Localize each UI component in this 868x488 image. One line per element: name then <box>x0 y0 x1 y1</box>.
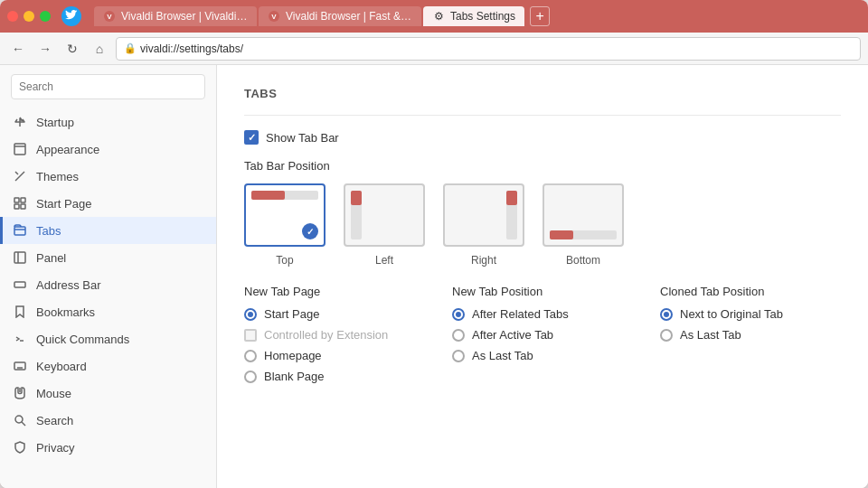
forward-button[interactable]: → <box>34 38 56 60</box>
three-col-section: New Tab Page Start Page Controlled by Ex… <box>244 285 841 390</box>
tabs-icon <box>13 223 27 238</box>
sidebar-item-search[interactable]: Search <box>0 407 216 434</box>
new-tab-pos-after-related-radio[interactable] <box>452 308 465 321</box>
tab-position-bottom-icon <box>542 183 624 247</box>
sidebar-item-start-page[interactable]: Start Page <box>0 190 216 217</box>
tab-positions: Top Left Right <box>244 183 841 267</box>
tab-3[interactable]: ⚙ Tabs Settings <box>423 6 524 26</box>
new-tab-blank-row: Blank Page <box>244 370 425 383</box>
new-tab-controlled-label: Controlled by Extension <box>264 328 388 342</box>
new-tab-pos-as-last-radio[interactable] <box>452 350 465 362</box>
new-tab-pos-after-active-row: After Active Tab <box>452 328 633 342</box>
new-tab-pos-as-last-label: As Last Tab <box>472 349 533 362</box>
tab-2[interactable]: V Vivaldi Browser | Fast & Flexi... <box>259 6 421 26</box>
cloned-tab-next-to-original-row: Next to Original Tab <box>660 307 841 321</box>
svg-rect-5 <box>21 198 25 202</box>
cloned-tab-as-last-row: As Last Tab <box>660 328 841 342</box>
close-button[interactable] <box>7 11 18 22</box>
tab-1[interactable]: V Vivaldi Browser | Vivaldi Foru... <box>94 6 257 26</box>
address-bar[interactable]: 🔒 vivaldi://settings/tabs/ <box>116 37 861 61</box>
new-tab-controlled-checkbox[interactable] <box>244 329 257 342</box>
tab-1-label: Vivaldi Browser | Vivaldi Foru... <box>121 10 248 23</box>
sidebar-item-panel-label: Panel <box>36 251 66 265</box>
svg-rect-9 <box>14 252 25 263</box>
twitter-icon <box>61 6 81 26</box>
keyboard-icon <box>13 359 27 373</box>
new-tab-page-title: New Tab Page <box>244 285 425 298</box>
quick-commands-icon <box>13 332 27 346</box>
cloned-tab-as-last-radio[interactable] <box>660 329 673 342</box>
main-content: TABS Show Tab Bar Tab Bar Position Top <box>217 65 868 488</box>
back-button[interactable]: ← <box>7 38 29 60</box>
sidebar-item-privacy[interactable]: Privacy <box>0 434 216 461</box>
startup-icon <box>13 115 27 129</box>
tab-bar-position-title: Tab Bar Position <box>244 159 841 173</box>
new-tab-start-page-radio[interactable] <box>244 308 257 321</box>
minimize-button[interactable] <box>24 11 34 22</box>
tab-bar: V Vivaldi Browser | Vivaldi Foru... V Vi… <box>94 6 861 26</box>
new-tab-pos-after-related-label: After Related Tabs <box>472 307 569 321</box>
sidebar-item-bookmarks-label: Bookmarks <box>36 305 95 319</box>
svg-rect-7 <box>21 204 25 209</box>
svg-line-20 <box>22 422 25 426</box>
search-input[interactable] <box>11 74 205 99</box>
sidebar-item-themes[interactable]: Themes <box>0 163 216 190</box>
sidebar-item-bookmarks[interactable]: Bookmarks <box>0 298 216 325</box>
sidebar-item-quick-commands-label: Quick Commands <box>36 333 129 346</box>
new-tab-homepage-row: Homepage <box>244 349 425 362</box>
cloned-tab-as-last-label: As Last Tab <box>680 328 741 342</box>
tab-position-top-icon <box>244 183 326 247</box>
sidebar-item-panel[interactable]: Panel <box>0 244 216 271</box>
gear-icon: ⚙ <box>432 10 445 23</box>
section-title: TABS <box>244 87 841 100</box>
new-tab-position-title: New Tab Position <box>452 285 633 298</box>
svg-point-19 <box>15 416 23 423</box>
sidebar-item-tabs-label: Tabs <box>36 224 61 238</box>
tab-position-right-icon <box>443 183 524 247</box>
browser-window: V Vivaldi Browser | Vivaldi Foru... V Vi… <box>0 0 868 488</box>
sidebar-item-startup-label: Startup <box>36 116 74 129</box>
new-tab-pos-after-active-label: After Active Tab <box>472 328 553 342</box>
maximize-button[interactable] <box>40 11 51 22</box>
sidebar-item-startup[interactable]: Startup <box>0 108 216 136</box>
tab-position-left[interactable]: Left <box>344 183 425 267</box>
new-tab-start-page-label: Start Page <box>264 307 319 321</box>
sidebar-item-tabs[interactable]: Tabs <box>0 217 216 244</box>
tab-position-top[interactable]: Top <box>244 183 326 267</box>
new-tab-blank-label: Blank Page <box>264 370 325 383</box>
cloned-tab-next-to-original-label: Next to Original Tab <box>680 307 783 321</box>
sidebar-item-quick-commands[interactable]: Quick Commands <box>0 325 216 352</box>
bookmarks-icon <box>13 305 27 319</box>
new-tab-homepage-radio[interactable] <box>244 350 257 362</box>
svg-line-3 <box>15 172 18 174</box>
sidebar-item-mouse[interactable]: Mouse <box>0 380 216 407</box>
tab-position-right-label: Right <box>471 254 496 267</box>
new-tab-pos-after-active-radio[interactable] <box>452 329 465 342</box>
new-tab-start-page-row: Start Page <box>244 307 425 321</box>
tab-position-left-label: Left <box>375 254 393 267</box>
svg-rect-6 <box>14 204 19 209</box>
panel-icon <box>13 250 27 265</box>
new-tab-button[interactable]: + <box>530 6 550 26</box>
new-tab-homepage-label: Homepage <box>264 349 322 362</box>
reload-button[interactable]: ↻ <box>61 38 83 60</box>
new-tab-blank-radio[interactable] <box>244 371 257 383</box>
svg-rect-8 <box>14 227 25 235</box>
new-tab-pos-after-related-row: After Related Tabs <box>452 307 633 321</box>
sidebar-item-appearance[interactable]: Appearance <box>0 136 216 163</box>
new-tab-page-section: New Tab Page Start Page Controlled by Ex… <box>244 285 425 390</box>
sidebar-item-start-page-label: Start Page <box>36 197 91 211</box>
svg-rect-4 <box>14 198 19 202</box>
sidebar-item-keyboard-label: Keyboard <box>36 360 87 373</box>
sidebar-search-container <box>0 65 216 108</box>
nav-bar: ← → ↻ ⌂ 🔒 vivaldi://settings/tabs/ <box>0 33 868 65</box>
sidebar-item-keyboard[interactable]: Keyboard <box>0 352 216 380</box>
cloned-tab-next-to-original-radio[interactable] <box>660 308 673 321</box>
tab-position-right[interactable]: Right <box>443 183 524 267</box>
tab-position-bottom[interactable]: Bottom <box>542 183 624 267</box>
tab-position-top-label: Top <box>276 254 293 267</box>
sidebar-item-address-bar[interactable]: Address Bar <box>0 271 216 298</box>
home-button[interactable]: ⌂ <box>89 38 110 60</box>
show-tab-bar-checkbox[interactable] <box>244 130 259 145</box>
new-tab-controlled-row: Controlled by Extension <box>244 328 425 342</box>
